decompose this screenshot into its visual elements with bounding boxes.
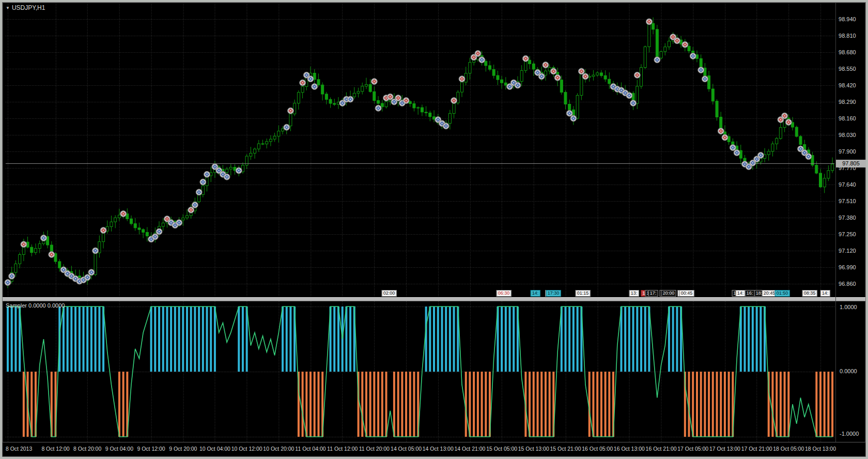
svg-text:8 Oct 20:00: 8 Oct 20:00 [73,447,101,452]
svg-text:10 Oct 20:00: 10 Oct 20:00 [263,447,294,452]
indicator-svg [3,301,865,442]
svg-text:11 Oct 12:00: 11 Oct 12:00 [327,447,358,452]
svg-text:15 Oct 13:00: 15 Oct 13:00 [518,447,549,452]
svg-text:16 Oct 21:00: 16 Oct 21:00 [646,447,677,452]
svg-text:98.940: 98.940 [839,16,856,22]
svg-text:98.160: 98.160 [839,115,856,121]
indicator-scale-bottom: -1.0000 [840,431,859,437]
time-event-badge: 14: [736,290,746,297]
svg-text:98.290: 98.290 [839,99,856,105]
main-chart-svg: 98.94098.81098.68098.55098.42098.29098.1… [3,3,865,297]
svg-text:96.860: 96.860 [839,281,856,287]
svg-text:98.810: 98.810 [839,33,856,39]
svg-text:16 Oct 13:00: 16 Oct 13:00 [614,447,645,452]
svg-text:9 Oct 12:00: 9 Oct 12:00 [137,447,165,452]
svg-text:97.380: 97.380 [839,215,856,221]
time-event-badge: 06:30 [497,290,512,297]
time-event-badge: 13: [629,290,639,297]
candle-bodies [6,23,833,284]
svg-text:97.640: 97.640 [839,181,856,188]
svg-text:11 Oct 04:00: 11 Oct 04:00 [295,447,326,452]
svg-text:98.420: 98.420 [839,82,856,88]
chart-symbol-label: ▼ USDJPY,H1 [6,4,45,11]
grid-layer [6,3,834,297]
svg-text:98.030: 98.030 [839,132,856,138]
indicator-scale-top: 1.0000 [840,304,857,310]
pane-splitter[interactable] [3,297,865,301]
svg-text:10 Oct 12:00: 10 Oct 12:00 [231,447,262,452]
svg-text:17 Oct 21:00: 17 Oct 21:00 [741,447,772,452]
candle-wicks [8,18,832,288]
time-axis-svg: 8 Oct 20138 Oct 12:008 Oct 20:009 Oct 04… [3,442,865,456]
time-event-badge: 08:35 [802,290,817,297]
svg-text:9 Oct 20:00: 9 Oct 20:00 [169,447,197,452]
time-event-badge: 17:30 [546,290,561,297]
main-chart-pane[interactable]: ▼ USDJPY,H1 98.94098.81098.68098.55098.4… [3,3,865,297]
svg-text:11 Oct 20:00: 11 Oct 20:00 [359,447,390,452]
svg-text:8 Oct 2013: 8 Oct 2013 [6,447,33,452]
svg-text:98.680: 98.680 [839,49,856,55]
time-event-badge: 17: [648,290,658,297]
svg-text:10 Oct 04:00: 10 Oct 04:00 [199,447,230,452]
time-event-badge: 01:50 [775,290,790,297]
svg-text:8 Oct 12:00: 8 Oct 12:00 [41,447,69,452]
time-event-badge: 20:00 [661,290,676,297]
indicator-grid-layer [6,301,834,442]
time-axis[interactable]: 8 Oct 20138 Oct 12:008 Oct 20:009 Oct 04… [3,442,865,456]
indicator-scale-zero: 0.0000 [840,368,857,374]
trade-signal-markers [5,19,812,286]
svg-text:17 Oct 05:00: 17 Oct 05:00 [677,447,708,452]
indicator-label: Sampler 0.0000 0.0000 [6,302,65,309]
svg-text:18 Oct 13:00: 18 Oct 13:00 [805,447,836,452]
svg-text:16 Oct 05:00: 16 Oct 05:00 [582,447,613,452]
svg-text:14 Oct 13:00: 14 Oct 13:00 [423,447,454,452]
time-event-badge: 16: [745,290,755,297]
svg-text:14 Oct 21:00: 14 Oct 21:00 [454,447,485,452]
price-axis-separator [835,3,836,442]
event-badge-row: 02:0006:3014:117:3001:1513:1117:120:0020… [3,290,865,297]
price-axis-labels[interactable]: 98.94098.81098.68098.55098.42098.29098.1… [839,16,856,287]
svg-text:97.250: 97.250 [839,231,856,237]
sampler-down-bars [23,372,833,437]
time-event-badge: 02:00 [382,290,397,297]
time-event-badge: 14: [531,290,540,297]
time-event-badge: 01:15 [576,290,591,297]
svg-text:98.550: 98.550 [839,66,856,72]
svg-text:17 Oct 13:00: 17 Oct 13:00 [709,447,740,452]
svg-text:15 Oct 21:00: 15 Oct 21:00 [550,447,581,452]
svg-text:97.510: 97.510 [839,198,856,204]
svg-text:97.120: 97.120 [839,248,856,254]
svg-text:9 Oct 04:00: 9 Oct 04:00 [105,447,133,452]
time-event-badge: 00:45 [679,290,694,297]
svg-text:97.900: 97.900 [839,148,856,155]
current-price-badge: 97.805 [836,160,866,167]
indicator-pane[interactable]: Sampler 0.0000 0.0000 [3,301,865,442]
svg-text:14 Oct 05:00: 14 Oct 05:00 [391,447,422,452]
time-event-badge: 14: [820,290,830,297]
svg-text:15 Oct 05:00: 15 Oct 05:00 [486,447,517,452]
symbol-text: USDJPY,H1 [12,4,45,11]
svg-text:96.990: 96.990 [839,264,856,270]
chart-window: ▼ USDJPY,H1 98.94098.81098.68098.55098.4… [2,2,866,457]
time-axis-labels: 8 Oct 20138 Oct 12:008 Oct 20:009 Oct 04… [6,447,836,452]
svg-text:18 Oct 05:00: 18 Oct 05:00 [773,447,804,452]
chart-dropdown-icon[interactable]: ▼ [6,6,10,10]
